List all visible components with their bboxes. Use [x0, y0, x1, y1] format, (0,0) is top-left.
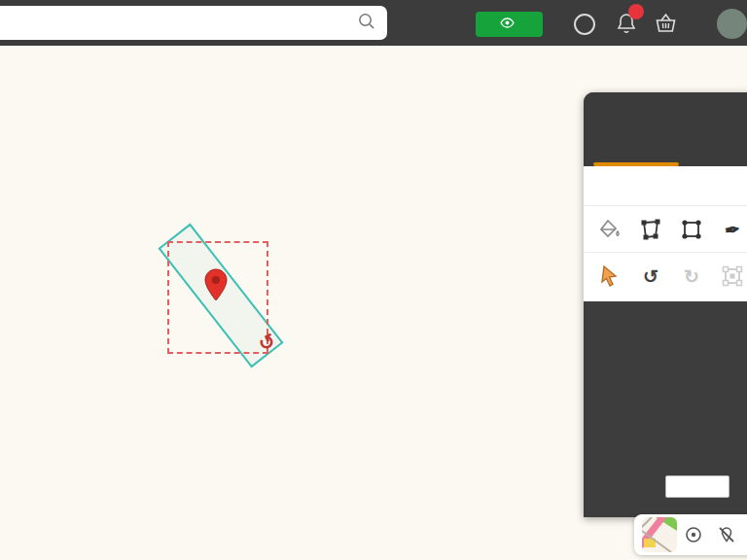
- fill-tool-icon[interactable]: [589, 211, 630, 248]
- basket-icon[interactable]: [654, 12, 678, 39]
- drawing-tools-section: ✒ ↺ ↻: [584, 166, 747, 301]
- area-value: [741, 398, 747, 409]
- search-icon[interactable]: [357, 12, 375, 34]
- redo-icon[interactable]: ↻: [671, 258, 712, 295]
- eye-icon: [500, 18, 515, 31]
- select-cursor-tool-icon[interactable]: [589, 258, 630, 295]
- map-mini-toolbar: [634, 514, 747, 555]
- divider: [584, 205, 747, 206]
- panel-header: [584, 92, 747, 166]
- location-off-icon[interactable]: [710, 514, 743, 555]
- pen-tool-icon[interactable]: ✒: [712, 211, 747, 248]
- avatar[interactable]: [717, 9, 747, 39]
- polygon-node-tool-icon[interactable]: [630, 211, 671, 248]
- divider: [584, 252, 747, 253]
- rotation-input[interactable]: [665, 475, 729, 498]
- minimap-thumbnail[interactable]: [642, 517, 677, 552]
- top-bar: [0, 0, 747, 46]
- locate-target-icon[interactable]: [677, 514, 710, 555]
- transform-tool-icon[interactable]: [712, 258, 747, 295]
- search-input[interactable]: [0, 16, 357, 31]
- undo-icon[interactable]: ↺: [630, 258, 671, 295]
- map-pin-icon[interactable]: [203, 268, 229, 305]
- rectangle-node-tool-icon[interactable]: [671, 211, 712, 248]
- help-button[interactable]: [574, 14, 595, 35]
- notification-count-badge: [628, 4, 644, 19]
- search-box[interactable]: [0, 6, 387, 40]
- map-tools-panel: ✒ ↺ ↻: [584, 92, 747, 517]
- credits-badge[interactable]: [476, 12, 543, 37]
